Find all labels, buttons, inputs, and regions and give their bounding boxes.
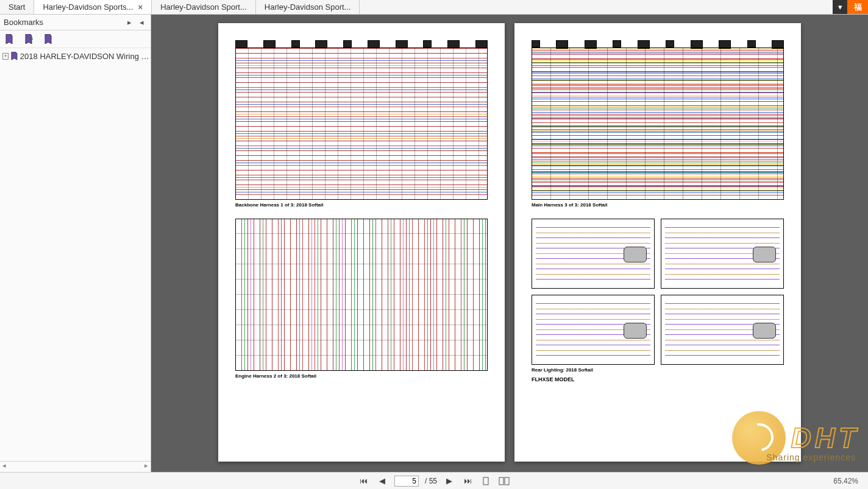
bookmark-tree[interactable]: + 2018 HARLEY-DAVIDSON Wiring Diag… bbox=[0, 48, 151, 461]
first-page-icon: ⏮ bbox=[360, 476, 368, 485]
sidebar-title: Bookmarks bbox=[4, 18, 123, 27]
facing-pages-icon bbox=[499, 477, 510, 485]
wiring-diagram-small bbox=[532, 219, 655, 289]
single-page-view-button[interactable] bbox=[480, 475, 492, 487]
tree-item[interactable]: + 2018 HARLEY-DAVIDSON Wiring Diag… bbox=[2, 49, 151, 63]
sidebar-collapse-button[interactable]: ◂ bbox=[136, 17, 147, 28]
connector-block bbox=[343, 40, 352, 47]
prev-page-button[interactable]: ◀ bbox=[376, 475, 388, 487]
tab-label: Harley-Davidson Sports... bbox=[43, 2, 133, 12]
document-viewport[interactable]: Backbone Harness 1 of 3: 2018 Softail En… bbox=[151, 15, 868, 472]
next-page-button[interactable]: ▶ bbox=[443, 475, 455, 487]
page-total-value: 55 bbox=[429, 477, 437, 485]
connector-block bbox=[613, 40, 621, 47]
wiring-diagram bbox=[235, 47, 488, 200]
bookmark-collapse-icon[interactable] bbox=[44, 34, 52, 44]
tab-start[interactable]: Start bbox=[0, 0, 34, 14]
tree-expand-icon[interactable]: + bbox=[2, 53, 9, 60]
tab-strip: Start Harley-Davidson Sports... × Harley… bbox=[0, 0, 868, 15]
diagram-caption: Backbone Harness 1 of 3: 2018 Softail bbox=[235, 202, 488, 208]
pdf-page-right: Main Harness 3 of 3: 2018 Softail Rear L… bbox=[514, 23, 801, 462]
wiring-diagram-small bbox=[532, 295, 655, 365]
brand-glyph: 福 bbox=[854, 2, 862, 13]
zoom-level[interactable]: 65.42% bbox=[833, 477, 858, 485]
svg-rect-0 bbox=[483, 477, 488, 485]
wiring-diagram-small bbox=[661, 219, 784, 289]
facing-pages-view-button[interactable] bbox=[498, 475, 510, 487]
chevron-right-icon: ▶ bbox=[446, 476, 452, 485]
last-page-button[interactable]: ⏭ bbox=[461, 475, 474, 487]
last-page-icon: ⏭ bbox=[464, 476, 472, 485]
scroll-right-icon[interactable]: ▸ bbox=[144, 462, 148, 472]
sidebar-hscroll[interactable]: ◂ ▸ bbox=[0, 461, 151, 472]
chevron-left-icon: ◂ bbox=[140, 18, 144, 27]
pdf-page-left: Backbone Harness 1 of 3: 2018 Softail En… bbox=[218, 23, 505, 462]
diagram-caption: Rear Lighting: 2018 Softail bbox=[532, 367, 784, 373]
bookmark-expand-icon[interactable] bbox=[5, 34, 13, 44]
tab-label: Harley-Davidson Sport... bbox=[265, 2, 351, 12]
tab-label: Harley-Davidson Sport... bbox=[160, 2, 247, 12]
sidebar-toolbar bbox=[0, 30, 151, 48]
svg-rect-2 bbox=[505, 477, 509, 485]
wiring-diagram bbox=[532, 47, 784, 200]
page-number-input[interactable] bbox=[394, 476, 419, 487]
model-caption: FLHXSE MODEL bbox=[532, 376, 784, 382]
main-area: Bookmarks ▸ ◂ + 2018 HARLEY-DAVIDSO bbox=[0, 15, 868, 472]
tabstrip-spacer bbox=[360, 0, 833, 14]
connector-block bbox=[747, 40, 756, 47]
first-page-button[interactable]: ⏮ bbox=[358, 475, 370, 487]
connector-block bbox=[291, 40, 300, 47]
close-icon[interactable]: × bbox=[138, 2, 143, 12]
page-total-label: / 55 bbox=[425, 477, 437, 485]
single-page-icon bbox=[482, 477, 490, 485]
app-brand-button[interactable]: 福 bbox=[847, 0, 868, 14]
page-spread: Backbone Harness 1 of 3: 2018 Softail En… bbox=[218, 15, 801, 470]
chevron-right-icon: ▸ bbox=[127, 18, 132, 27]
chevron-down-icon: ▾ bbox=[838, 2, 842, 12]
page-nav-bar: ⏮ ◀ / 55 ▶ ⏭ 65.42% bbox=[0, 472, 868, 489]
connector-block bbox=[666, 40, 674, 47]
tab-label: Start bbox=[9, 2, 25, 12]
diagram-caption: Main Harness 3 of 3: 2018 Softail bbox=[532, 202, 784, 208]
tree-item-label: 2018 HARLEY-DAVIDSON Wiring Diag… bbox=[20, 52, 151, 61]
tab-doc-2[interactable]: Harley-Davidson Sport... bbox=[152, 0, 256, 14]
tab-doc-3[interactable]: Harley-Davidson Sport... bbox=[256, 0, 360, 14]
tab-overflow-dropdown[interactable]: ▾ bbox=[833, 0, 847, 14]
scroll-left-icon[interactable]: ◂ bbox=[2, 462, 6, 472]
connector-block bbox=[423, 40, 432, 47]
wiring-diagram bbox=[235, 219, 488, 371]
bookmark-add-icon[interactable] bbox=[24, 34, 33, 44]
chevron-left-icon: ◀ bbox=[379, 476, 385, 485]
sidebar-options-button[interactable]: ▸ bbox=[124, 17, 135, 28]
watermark-subtitle: Sharing experiences bbox=[766, 452, 856, 462]
diagram-caption: Engine Harness 2 of 3: 2018 Softail bbox=[235, 373, 488, 379]
wiring-diagram-small bbox=[661, 295, 784, 365]
bookmark-icon bbox=[11, 52, 18, 60]
sidebar-header: Bookmarks ▸ ◂ bbox=[0, 15, 151, 30]
sub-diagram-grid bbox=[532, 219, 784, 365]
svg-rect-1 bbox=[499, 477, 503, 485]
tab-doc-1[interactable]: Harley-Davidson Sports... × bbox=[34, 0, 152, 14]
connector-block bbox=[532, 40, 540, 47]
bookmarks-sidebar: Bookmarks ▸ ◂ + 2018 HARLEY-DAVIDSO bbox=[0, 15, 151, 472]
